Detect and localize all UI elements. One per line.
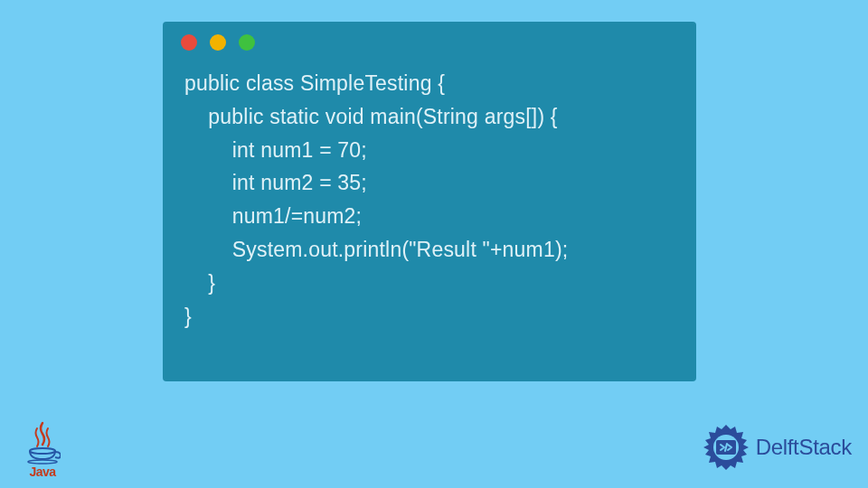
code-block: public class SimpleTesting { public stat… [163,60,696,351]
maximize-dot-icon [239,34,255,51]
java-logo: Java [20,421,65,479]
java-label: Java [20,465,65,479]
delftstack-logo: DelftStack [702,423,852,472]
delftstack-gear-icon [702,423,750,472]
java-cup-icon [24,421,61,465]
svg-point-1 [28,460,57,464]
close-dot-icon [181,34,197,51]
code-window: public class SimpleTesting { public stat… [163,22,696,381]
window-titlebar [163,22,696,60]
svg-point-0 [30,448,55,454]
minimize-dot-icon [210,34,226,51]
delftstack-label: DelftStack [756,435,852,460]
